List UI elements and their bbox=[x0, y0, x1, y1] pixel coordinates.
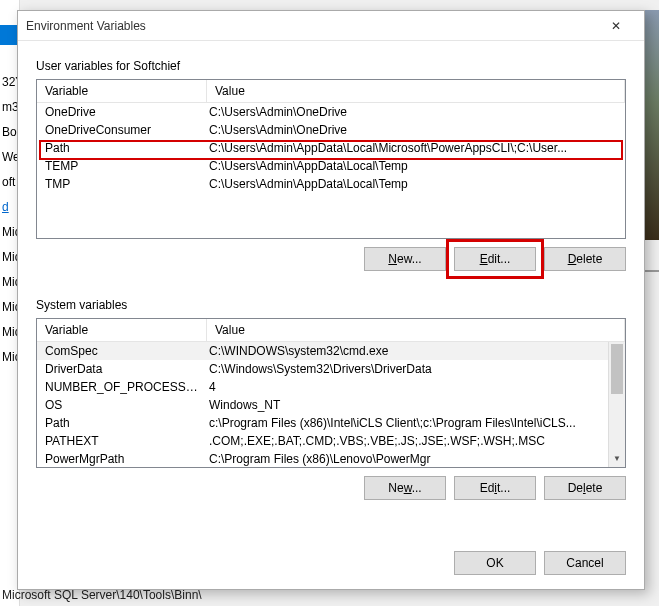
user-row-variable: TMP bbox=[37, 175, 207, 193]
system-row-variable: PATHEXT bbox=[37, 432, 207, 450]
user-row-value: C:\Users\Admin\AppData\Local\Temp bbox=[207, 157, 625, 175]
user-row[interactable]: TEMPC:\Users\Admin\AppData\Local\Temp bbox=[37, 157, 625, 175]
close-icon: ✕ bbox=[611, 19, 621, 33]
titlebar: Environment Variables ✕ bbox=[18, 11, 644, 41]
user-row[interactable]: OneDriveC:\Users\Admin\OneDrive bbox=[37, 103, 625, 121]
system-row[interactable]: PATHEXT.COM;.EXE;.BAT;.CMD;.VBS;.VBE;.JS… bbox=[37, 432, 608, 450]
user-header-variable[interactable]: Variable bbox=[37, 80, 207, 102]
user-edit-button[interactable]: Edit... bbox=[454, 247, 536, 271]
system-row-value: 4 bbox=[207, 378, 608, 396]
background-right-line bbox=[645, 270, 659, 272]
window-title: Environment Variables bbox=[26, 19, 596, 33]
user-row[interactable]: TMPC:\Users\Admin\AppData\Local\Temp bbox=[37, 175, 625, 193]
system-row-value: .COM;.EXE;.BAT;.CMD;.VBS;.VBE;.JS;.JSE;.… bbox=[207, 432, 608, 450]
system-row-value: Windows_NT bbox=[207, 396, 608, 414]
system-row-value: c:\Program Files (x86)\Intel\iCLS Client… bbox=[207, 414, 608, 432]
scroll-thumb[interactable] bbox=[611, 344, 623, 394]
system-row-variable: Path bbox=[37, 414, 207, 432]
close-button[interactable]: ✕ bbox=[596, 12, 636, 40]
dialog-content: User variables for Softchief Variable Va… bbox=[18, 41, 644, 551]
user-variables-list[interactable]: Variable Value OneDriveC:\Users\Admin\On… bbox=[36, 79, 626, 239]
user-row[interactable]: PathC:\Users\Admin\AppData\Local\Microso… bbox=[37, 139, 625, 157]
system-variables-label: System variables bbox=[36, 298, 626, 312]
user-row[interactable]: OneDriveConsumerC:\Users\Admin\OneDrive bbox=[37, 121, 625, 139]
system-row-variable: ComSpec bbox=[37, 342, 207, 360]
cancel-button[interactable]: Cancel bbox=[544, 551, 626, 575]
user-new-button[interactable]: New... bbox=[364, 247, 446, 271]
system-row[interactable]: NUMBER_OF_PROCESSORS4 bbox=[37, 378, 608, 396]
user-row-variable: TEMP bbox=[37, 157, 207, 175]
system-row[interactable]: DriverDataC:\Windows\System32\Drivers\Dr… bbox=[37, 360, 608, 378]
system-variables-group: System variables Variable Value ComSpecC… bbox=[36, 298, 626, 500]
system-header-variable[interactable]: Variable bbox=[37, 319, 207, 341]
system-variables-list[interactable]: Variable Value ComSpecC:\WINDOWS\system3… bbox=[36, 318, 626, 468]
system-row[interactable]: Pathc:\Program Files (x86)\Intel\iCLS Cl… bbox=[37, 414, 608, 432]
user-variables-group: User variables for Softchief Variable Va… bbox=[36, 59, 626, 271]
system-row[interactable]: ComSpecC:\WINDOWS\system32\cmd.exe bbox=[37, 342, 608, 360]
system-row-variable: NUMBER_OF_PROCESSORS bbox=[37, 378, 207, 396]
system-row[interactable]: OSWindows_NT bbox=[37, 396, 608, 414]
system-new-button[interactable]: New... bbox=[364, 476, 446, 500]
user-list-header: Variable Value bbox=[37, 80, 625, 103]
user-row-variable: Path bbox=[37, 139, 207, 157]
system-header-value[interactable]: Value bbox=[207, 319, 625, 341]
user-buttons-row: New... Edit... Delete bbox=[36, 247, 626, 271]
user-row-value: C:\Users\Admin\AppData\Local\Microsoft\P… bbox=[207, 139, 625, 157]
system-row-value: C:\Windows\System32\Drivers\DriverData bbox=[207, 360, 608, 378]
system-list-header: Variable Value bbox=[37, 319, 625, 342]
system-delete-button[interactable]: Delete bbox=[544, 476, 626, 500]
system-row-value: C:\WINDOWS\system32\cmd.exe bbox=[207, 342, 608, 360]
system-edit-button[interactable]: Edit... bbox=[454, 476, 536, 500]
background-right-image bbox=[645, 10, 659, 240]
system-row-variable: PowerMgrPath bbox=[37, 450, 207, 467]
user-delete-button[interactable]: Delete bbox=[544, 247, 626, 271]
user-row-variable: OneDriveConsumer bbox=[37, 121, 207, 139]
user-row-variable: OneDrive bbox=[37, 103, 207, 121]
user-row-value: C:\Users\Admin\OneDrive bbox=[207, 103, 625, 121]
system-row-variable: OS bbox=[37, 396, 207, 414]
system-list-scrollbar[interactable]: ▲ ▼ bbox=[608, 342, 625, 467]
dialog-buttons-row: OK Cancel bbox=[18, 551, 644, 589]
environment-variables-dialog: Environment Variables ✕ User variables f… bbox=[17, 10, 645, 590]
system-row[interactable]: PowerMgrPathC:\Program Files (x86)\Lenov… bbox=[37, 450, 608, 467]
user-row-value: C:\Users\Admin\OneDrive bbox=[207, 121, 625, 139]
scroll-down-icon[interactable]: ▼ bbox=[609, 450, 625, 467]
user-row-value: C:\Users\Admin\AppData\Local\Temp bbox=[207, 175, 625, 193]
system-buttons-row: New... Edit... Delete bbox=[36, 476, 626, 500]
system-row-variable: DriverData bbox=[37, 360, 207, 378]
ok-button[interactable]: OK bbox=[454, 551, 536, 575]
user-variables-label: User variables for Softchief bbox=[36, 59, 626, 73]
user-header-value[interactable]: Value bbox=[207, 80, 625, 102]
system-row-value: C:\Program Files (x86)\Lenovo\PowerMgr bbox=[207, 450, 608, 467]
